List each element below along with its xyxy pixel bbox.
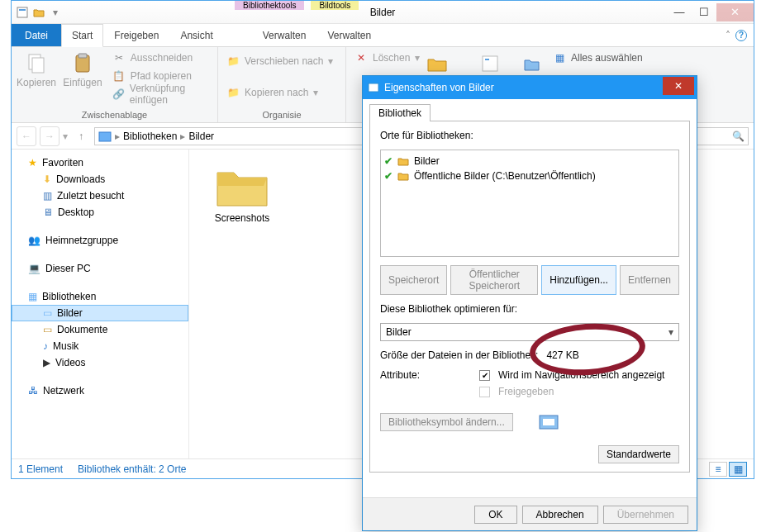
cut-button[interactable]: ✂Ausschneiden <box>109 49 212 67</box>
star-icon: ★ <box>28 157 37 169</box>
maximize-button[interactable]: ☐ <box>692 3 716 21</box>
favorites-root[interactable]: ★Favoriten <box>12 154 188 171</box>
nav-desktop[interactable]: 🖥Desktop <box>12 204 188 221</box>
qat-dropdown-icon[interactable]: ▾ <box>48 5 63 20</box>
size-label: Größe der Dateien in der Bibliothek: <box>380 349 538 361</box>
location-row[interactable]: ✔ Bilder <box>384 154 675 169</box>
new-folder-icon[interactable] <box>31 5 46 20</box>
tab-manage-library[interactable]: Verwalten <box>252 24 317 46</box>
locations-list[interactable]: ✔ Bilder ✔ Öffentliche Bilder (C:\Benutz… <box>380 150 679 257</box>
view-details-button[interactable]: ≡ <box>709 462 727 477</box>
recent-icon: ▥ <box>43 190 52 202</box>
nav-music[interactable]: ♪Musik <box>12 338 188 354</box>
breadcrumb-item[interactable]: Bilder <box>188 131 214 142</box>
nav-videos[interactable]: ▶Videos <box>12 354 188 371</box>
organize-group-label: Organisie <box>223 110 340 121</box>
ok-button[interactable]: OK <box>474 506 516 524</box>
dialog-tab-library[interactable]: Bibliothek <box>369 104 431 121</box>
forward-button[interactable]: → <box>40 126 59 146</box>
up-button[interactable]: ↑ <box>71 126 91 146</box>
homegroup-icon: 👥 <box>28 235 40 246</box>
ribbon-collapse-icon[interactable]: ˄ <box>726 30 730 41</box>
properties-dialog: Eigenschaften von Bilder ✕ Bibliothek Or… <box>362 75 697 531</box>
nav-documents[interactable]: ▭Dokumente <box>12 321 188 338</box>
nav-pictures[interactable]: ▭Bilder <box>12 305 188 321</box>
nav-homegroup[interactable]: 👥Heimnetzgruppe <box>12 232 188 249</box>
properties-ribbon-icon <box>478 52 502 75</box>
view-icons-button[interactable]: ▦ <box>729 462 747 477</box>
tab-start[interactable]: Start <box>61 24 103 47</box>
set-public-location-button[interactable]: Öffentlicher Speicherort <box>450 265 538 295</box>
copy-button[interactable]: Kopieren <box>17 49 56 88</box>
cut-icon: ✂ <box>112 51 126 64</box>
nav-libraries[interactable]: ▦Bibliotheken <box>12 288 188 305</box>
history-dropdown-icon[interactable]: ▾ <box>63 131 68 142</box>
context-group-label-2: Bildtools <box>311 1 359 10</box>
attr-shared-checkbox[interactable]: Freigegeben <box>479 386 664 397</box>
network-icon: 🖧 <box>28 385 38 397</box>
selectall-icon: ▦ <box>553 51 566 64</box>
paste-icon <box>71 52 94 75</box>
nav-recent[interactable]: ▥Zuletzt besucht <box>12 188 188 204</box>
chevron-down-icon: ▾ <box>668 326 673 338</box>
optimize-combo[interactable]: Bilder ▾ <box>380 323 679 341</box>
size-value: 427 KB <box>546 349 578 361</box>
attr-navpane-checkbox[interactable]: ✔Wird im Navigationsbereich angezeigt <box>479 369 664 381</box>
change-icon-button[interactable]: Bibliotheksymbol ändern... <box>380 413 513 431</box>
svg-rect-9 <box>369 83 378 92</box>
folder-icon <box>397 171 409 181</box>
move-to-button[interactable]: 📁Verschieben nach▾ <box>223 52 336 70</box>
svg-rect-5 <box>79 54 87 58</box>
pictures-library-icon <box>98 130 112 143</box>
new-folder-ribbon-button[interactable] <box>417 49 457 75</box>
libraries-icon: ▦ <box>28 291 37 302</box>
nav-downloads[interactable]: ⬇Downloads <box>12 171 188 188</box>
desktop-icon: 🖥 <box>43 207 53 218</box>
paste-button[interactable]: Einfügen <box>63 49 102 88</box>
folder-item[interactable]: Screenshots <box>201 161 283 224</box>
dialog-title-bar: Eigenschaften von Bilder ✕ <box>363 76 697 99</box>
tab-share[interactable]: Freigeben <box>103 24 169 46</box>
path-icon: 📋 <box>112 69 126 83</box>
close-button[interactable]: ✕ <box>716 3 754 21</box>
tab-manage-image[interactable]: Verwalten <box>316 24 382 46</box>
location-row[interactable]: ✔ Öffentliche Bilder (C:\Benutzer\Öffent… <box>384 169 675 183</box>
status-library-info: Bibliothek enthält: 2 Orte <box>78 463 186 475</box>
minimize-button[interactable]: — <box>667 3 692 21</box>
back-button[interactable]: ← <box>17 126 36 146</box>
apply-button[interactable]: Übernehmen <box>603 506 688 524</box>
search-icon: 🔍 <box>732 131 745 142</box>
dialog-footer: OK Abbrechen Übernehmen <box>363 497 697 530</box>
select-all-button[interactable]: ▦Alles auswählen <box>550 49 646 67</box>
window-title: Bilder <box>370 7 396 18</box>
cancel-button[interactable]: Abbrechen <box>522 506 598 524</box>
nav-network[interactable]: 🖧Netzwerk <box>12 382 188 399</box>
paste-shortcut-button[interactable]: 🔗Verknüpfung einfügen <box>109 85 212 103</box>
add-location-button[interactable]: Hinzufügen... <box>541 265 616 295</box>
optimize-label: Diese Bibliothek optimieren für: <box>380 303 679 315</box>
computer-icon: 💻 <box>28 263 40 274</box>
svg-rect-6 <box>483 56 497 71</box>
navigation-pane[interactable]: ★Favoriten ⬇Downloads ▥Zuletzt besucht 🖥… <box>12 150 189 458</box>
restore-defaults-button[interactable]: Standardwerte <box>598 445 679 463</box>
tab-view[interactable]: Ansicht <box>169 24 223 46</box>
folder-icon <box>397 156 409 166</box>
file-tab[interactable]: Datei <box>12 24 61 46</box>
set-save-location-button[interactable]: Speicherort <box>380 265 447 295</box>
svg-rect-8 <box>99 132 111 141</box>
clipboard-group-label: Zwischenablage <box>17 110 212 121</box>
svg-rect-7 <box>485 59 489 60</box>
dialog-close-button[interactable]: ✕ <box>663 77 694 95</box>
copy-to-button[interactable]: 📁Kopieren nach▾ <box>223 83 321 102</box>
properties-icon[interactable] <box>15 5 30 20</box>
music-icon: ♪ <box>43 340 48 352</box>
breadcrumb-item[interactable]: Bibliotheken <box>123 131 177 142</box>
svg-rect-3 <box>32 58 44 73</box>
nav-thispc[interactable]: 💻Dieser PC <box>12 260 188 277</box>
delete-icon: ✕ <box>354 51 368 64</box>
help-icon[interactable]: ? <box>735 30 747 41</box>
remove-location-button[interactable]: Entfernen <box>620 265 679 295</box>
svg-rect-1 <box>19 9 26 11</box>
moveto-icon: 📁 <box>226 55 240 68</box>
dialog-icon <box>368 82 379 93</box>
